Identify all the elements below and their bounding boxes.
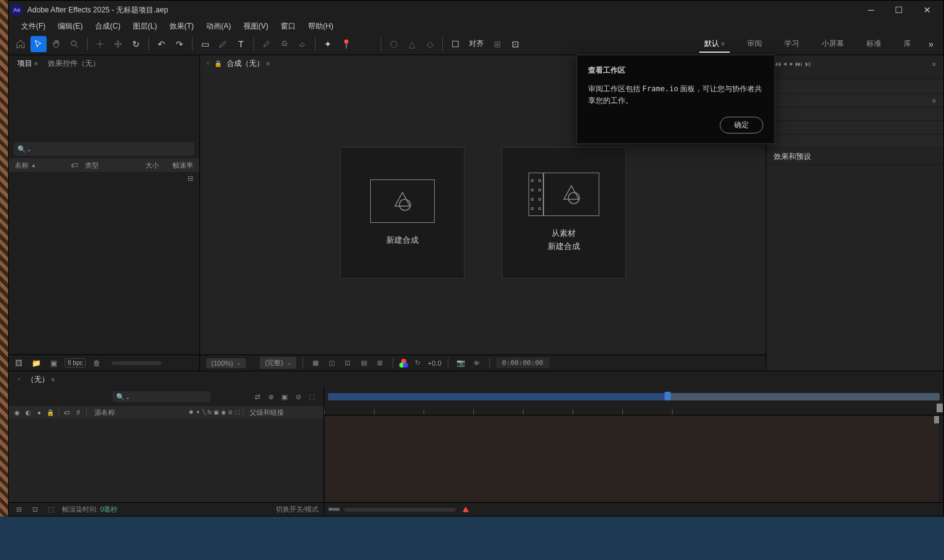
tl-toggle-4[interactable]: ⊘ [293, 392, 304, 402]
effects-presets-tab[interactable]: 效果和预设 [766, 148, 943, 165]
tl-toggle-1[interactable]: ⇄ [252, 392, 263, 402]
region-icon[interactable]: ⊡ [342, 357, 354, 369]
close-button[interactable]: ✕ [913, 1, 941, 19]
navigator-handle[interactable] [665, 392, 671, 400]
redo-button[interactable]: ↷ [171, 36, 188, 52]
workspace-learn[interactable]: 学习 [779, 34, 804, 54]
pen-tool[interactable] [215, 36, 231, 52]
workspace-standard[interactable]: 标准 [861, 34, 886, 54]
rectangle-tool[interactable]: ▭ [197, 36, 213, 52]
index-icon[interactable]: # [74, 409, 83, 416]
tooltip-ok-button[interactable]: 确定 [720, 117, 763, 133]
timeline-search[interactable]: 🔍⌄ [112, 391, 211, 402]
puppet-pin-tool[interactable]: 📍 [338, 36, 354, 52]
col-name[interactable]: 名称 ▲ [15, 161, 36, 170]
lock-col-icon[interactable]: 🔒 [46, 409, 55, 416]
zoom-tool[interactable] [66, 36, 83, 52]
undo-button[interactable]: ↶ [153, 36, 170, 52]
resolution-dropdown[interactable]: (完整) ⌄ [260, 357, 296, 369]
parent-link-col[interactable]: 父级和链接 [243, 408, 320, 417]
home-button[interactable] [12, 36, 29, 52]
eye-icon[interactable]: ◉ [12, 409, 21, 416]
timeline-close-icon[interactable]: × [17, 376, 20, 382]
work-area-end-icon[interactable] [937, 404, 943, 412]
lock-icon[interactable]: 🔒 [214, 60, 222, 67]
project-search[interactable]: 🔍⌄ [14, 142, 194, 156]
minimize-button[interactable]: ─ [857, 1, 885, 19]
maximize-button[interactable]: ☐ [885, 1, 913, 19]
orbit-tool[interactable] [92, 36, 108, 52]
reset-exposure-icon[interactable]: ↻ [412, 357, 424, 369]
transparency-grid-icon[interactable]: ▦ [309, 357, 322, 369]
tl-footer-btn-2[interactable]: ⊡ [30, 505, 40, 515]
timeline-zoom-slider[interactable] [344, 508, 456, 512]
interpret-footage-icon[interactable]: 🖾 [12, 357, 25, 369]
menu-edit[interactable]: 编辑(E) [52, 20, 89, 33]
mask-icon[interactable]: ◫ [325, 357, 338, 369]
timeline-track-area[interactable] [324, 415, 940, 502]
timeline-tab[interactable]: （无） ≡ [27, 374, 55, 385]
tl-toggle-2[interactable]: ⊕ [265, 392, 276, 402]
solo-icon[interactable]: ● [35, 409, 43, 416]
panel-menu-icon[interactable]: ≡ [932, 97, 936, 104]
3d-tool-2[interactable]: △ [404, 36, 420, 52]
eraser-tool[interactable] [294, 36, 311, 52]
3d-tool-3[interactable]: ◇ [422, 36, 438, 52]
text-tool[interactable]: T [233, 36, 249, 52]
preview-transport[interactable]: ⏮ ◀ ▶ ⏭ ⏯ [774, 60, 812, 68]
menu-help[interactable]: 帮助(H) [302, 20, 340, 33]
pan-behind-tool[interactable] [110, 36, 126, 52]
menu-effect[interactable]: 效果(T) [163, 20, 200, 33]
panel-menu-icon[interactable]: ≡ [932, 61, 936, 68]
workspace-default[interactable]: 默认 ≡ [699, 34, 730, 54]
workspace-small-screen[interactable]: 小屏幕 [817, 34, 849, 54]
project-tab[interactable]: 项目 ≡ [17, 58, 38, 69]
snap-options[interactable]: ⊞ [489, 36, 506, 52]
workspace-more-button[interactable]: » [928, 39, 933, 49]
comp-end-icon[interactable] [934, 416, 939, 423]
selection-tool[interactable] [30, 36, 47, 52]
composition-tab[interactable]: 合成（无） ≡ [227, 58, 270, 69]
rotation-tool[interactable]: ↻ [128, 36, 144, 52]
menu-layer[interactable]: 图层(L) [127, 20, 163, 33]
new-composition-card[interactable]: 新建合成 [340, 147, 465, 279]
label-icon[interactable]: 🏷 [63, 409, 71, 416]
trash-icon[interactable]: 🗑 [91, 357, 103, 369]
snap-more[interactable]: ⊡ [507, 36, 524, 52]
grid-icon[interactable]: ▤ [358, 357, 370, 369]
source-name-col[interactable]: 源名称 [94, 408, 115, 417]
hand-tool[interactable] [48, 36, 65, 52]
menu-composition[interactable]: 合成(C) [89, 20, 127, 33]
current-time[interactable]: 0:00:00:00 [496, 358, 550, 368]
tl-toggle-3[interactable]: ▣ [279, 392, 290, 402]
zoom-in-icon[interactable]: 🔺 [461, 505, 471, 515]
effect-controls-tab[interactable]: 效果控件（无） [48, 58, 100, 69]
workspace-library[interactable]: 库 [899, 34, 916, 54]
close-tab-icon[interactable]: × [206, 60, 209, 66]
audio-icon[interactable]: ◐ [24, 409, 32, 416]
timeline-ruler[interactable] [324, 400, 943, 415]
exposure-value[interactable]: +0.0 [428, 359, 442, 367]
timeline-layers-area[interactable] [9, 418, 324, 502]
snap-checkbox[interactable]: ☐ [447, 36, 463, 52]
new-folder-icon[interactable]: 📁 [30, 357, 42, 369]
3d-tool-1[interactable]: ⬡ [386, 36, 402, 52]
new-comp-from-footage-card[interactable]: 从素材新建合成 [502, 147, 626, 279]
tl-footer-btn-3[interactable]: ⬚ [46, 505, 56, 515]
menu-file[interactable]: 文件(F) [15, 20, 52, 33]
new-comp-icon[interactable]: ▣ [47, 357, 60, 369]
project-slider[interactable] [112, 361, 161, 365]
zoom-dropdown[interactable]: (100%) ⌄ [206, 358, 246, 368]
zoom-out-icon[interactable]: ➖ [329, 505, 339, 515]
timeline-navigator[interactable] [328, 393, 940, 400]
clone-stamp-tool[interactable] [276, 36, 293, 52]
col-fps[interactable]: 帧速率 [173, 161, 193, 170]
menu-window[interactable]: 窗口 [275, 20, 302, 33]
tl-toggle-5[interactable]: ⬚ [306, 392, 317, 402]
brush-tool[interactable] [258, 36, 275, 52]
toggle-switches-button[interactable]: 切换开关/模式 [276, 505, 319, 514]
tl-footer-btn-1[interactable]: ⊟ [14, 505, 24, 515]
menu-animation[interactable]: 动画(A) [200, 20, 237, 33]
roto-brush-tool[interactable]: ✦ [320, 36, 336, 52]
flow-icon[interactable]: ⊟ [188, 174, 193, 183]
